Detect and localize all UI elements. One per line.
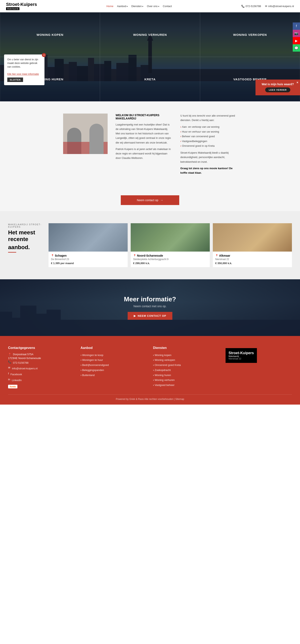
waarde-close-icon[interactable]: ✕ [296,81,299,84]
social-sidebar: f 📷 ▶ 💬 [293,22,300,52]
property-img-3 [213,223,292,252]
about-para-1: Laagdrempelig met een huiselijke sfeer! … [116,122,172,145]
waarde-lees-verder-button[interactable]: LEES VERDER [265,88,291,92]
footer-diensten-list: Woning kopen Woning verkopen Onroerend g… [153,353,220,388]
footer-address-2: 1723HE Noord-Scharwoude [8,356,74,360]
footer-diensten-item-1[interactable]: Woning kopen [153,353,220,358]
aanbod-label: MAKELAARDIJ STROET-KUIPERS [8,223,44,228]
aanbod-title-2: aanbod. [8,244,44,251]
email-address: info@stroet-kuipers.nl [268,5,294,8]
aanbod-inner: MAKELAARDIJ STROET-KUIPERS Het meest rec… [8,223,292,267]
footer-address-1: 📍 Dorpsstraat 575A [8,353,74,356]
footer-phone-item: 📞 072-5156788 [8,360,74,366]
about-service-5: Onroerend goed in op Kreta [180,144,237,148]
footer-contact-title: Contactgegevens [8,346,74,350]
neem-contact-op-button[interactable]: Neem contact op → [121,195,179,205]
footer-credits: Powered by Griek & Raos Alle rechten voo… [116,398,184,400]
property-city-3: Alkmaar [215,254,290,257]
nav-aanbod[interactable]: Aanbod [117,5,128,8]
hero-woning-verkopen[interactable]: WONING VERKOPEN [200,12,300,57]
footer-address-city: 1723HE Noord-Scharwoude [8,356,41,360]
hero-cells: WONING KOPEN WONING VERHUREN WONING VERK… [0,12,300,102]
logo[interactable]: Stroet-Kuipers Makelaardij [6,2,37,10]
footer-diensten-item-3[interactable]: Onroerend goed Kreta [153,363,220,368]
email-icon: ✉ [265,5,267,8]
footer-linkedin-item: in LinkedIn [8,378,74,383]
about-closing-2: Graag tot ziens op ons mooie kantoor! De… [180,166,237,175]
footer-location-icon: 📍 [8,353,11,356]
about-text-right: U kunt bij ons terecht voor alle onroere… [180,114,237,177]
footer-diensten-title: Diensten [153,346,220,350]
aanbod-header: MAKELAARDIJ STROET-KUIPERS Het meest rec… [8,223,44,259]
more-info-btn-label: NEEM CONTACT OP [138,314,166,317]
footer-logo-sub: Makelaardij [229,355,254,358]
footer-email-item: ✉ info@stroet-kuipers.nl [8,366,74,371]
nav-over-ons[interactable]: Over ons [147,5,159,8]
property-card-1[interactable]: Schagen De Binnenhof 23 € 1.395 per maan… [48,223,128,267]
hero-woning-verhuren[interactable]: WONING VERHUREN [100,12,200,57]
footer-logo-box[interactable]: Stroet-Kuipers Makelaardij Nierstraat 22 [226,348,257,363]
about-service-2: Huur en verhuur van uw woning [180,129,237,134]
footer-grid: Contactgegevens 📍 Dorpsstraat 575A 1723H… [8,346,292,388]
property-price-3: € 350,000 k.k. [215,262,290,265]
nav-diensten[interactable]: Diensten [131,5,143,8]
cookie-more-info-link[interactable]: Klik hier voor meer informatie [7,73,39,76]
footer-aanbod-item-5[interactable]: Buitenland [80,373,147,378]
navbar: Stroet-Kuipers Makelaardij Home Aanbod D… [0,0,300,12]
cookie-close-btn[interactable]: SLUITEN [7,78,23,82]
footer-aanbod-item-2[interactable]: Woningen te huur [80,358,147,363]
footer-diensten-item-7[interactable]: Vastgoed beheer [153,383,220,388]
footer-aanbod-item-1[interactable]: Woningen te koop [80,353,147,358]
footer-diensten-item-2[interactable]: Woning verkopen [153,358,220,363]
about-photo [63,114,108,154]
footer-diensten-item-6[interactable]: Woning verhuren [153,378,220,383]
aanbod-divider [8,252,16,252]
property-info-2: Noord-Scharwoude Stelderplekte Achterbur… [131,252,210,267]
about-photo-container [63,114,108,154]
about-services-intro: U kunt bij ons terecht voor alle onroere… [180,114,237,122]
property-price-1: € 1.395 per maand [51,262,125,265]
footer-linkedin-link[interactable]: LinkedIn [12,378,22,383]
property-price-2: € 299,000 k.k. [133,262,207,265]
property-city-2: Noord-Scharwoude [133,254,207,257]
more-info-button[interactable]: ▶ NEEM CONTACT OP [128,312,172,320]
hero-woning-kopen[interactable]: WONING KOPEN [0,12,100,57]
hero-section: WONING KOPEN WONING VERHUREN WONING VERK… [0,12,300,102]
navbar-contact-info: 📞 072-5156788 ✉ info@stroet-kuipers.nl [241,5,294,8]
footer-linkedin-icon: in [8,378,10,381]
logo-name: Stroet-Kuipers [6,2,37,7]
footer-phone-link[interactable]: 072-5156788 [13,360,28,366]
navbar-email: ✉ info@stroet-kuipers.nl [265,5,294,8]
about-title: WELKOM BIJ STROET-KUIPERS MAKELAARDIJ [116,114,172,120]
property-card-2[interactable]: Noord-Scharwoude Stelderplekte Achterbur… [131,223,210,267]
footer-facebook-link[interactable]: Facebook [10,372,22,377]
footer-aanbod-item-4[interactable]: Beleggingspanden [80,368,147,373]
nav-contact[interactable]: Contact [163,5,172,8]
footer-aanbod-list: Woningen te koop Woningen te huur Bedrij… [80,353,147,378]
property-info-3: Alkmaar Nierstraat 22 € 350,000 k.k. [213,252,292,267]
footer-email-link[interactable]: info@stroet-kuipers.nl [12,366,38,371]
footer-diensten-item-4[interactable]: Zoekopdracht [153,368,220,373]
phone-number: 072-5156788 [246,5,261,8]
social-whatsapp[interactable]: 💬 [293,44,300,52]
funda-badge[interactable]: funda [8,385,17,388]
more-info-btn-arrow: ▶ [134,314,136,317]
property-cards: Schagen De Binnenhof 23 € 1.395 per maan… [48,223,292,267]
footer-aanbod-item-3[interactable]: Bedrijfsonroerendgoed [80,363,147,368]
footer-email-icon: ✉ [8,366,10,369]
social-youtube[interactable]: ▶ [293,37,300,44]
property-city-1: Schagen [51,254,125,257]
social-instagram[interactable]: 📷 [293,30,300,37]
hero-kreta[interactable]: KRETA [100,57,200,102]
about-service-1: Aan- en verkoop van uw woning [180,124,237,129]
property-card-3[interactable]: Alkmaar Nierstraat 22 € 350,000 k.k. [213,223,292,267]
property-address-2: Stelderplekte Achterburggracht 9 [133,258,207,261]
about-service-4: Vastgoedbeleggingen [180,139,237,144]
social-facebook[interactable]: f [293,22,300,30]
nav-home[interactable]: Home [106,5,113,8]
about-services-list: Aan- en verkoop van uw woning Huur en ve… [180,124,237,148]
navbar-phone: 📞 072-5156788 [241,5,261,8]
footer-diensten-item-5[interactable]: Woning huren [153,373,220,378]
footer-address-text: Dorpsstraat 575A [13,353,33,356]
waarde-widget: ✕ Wat is mijn huis waard? LEES VERDER [256,80,300,95]
